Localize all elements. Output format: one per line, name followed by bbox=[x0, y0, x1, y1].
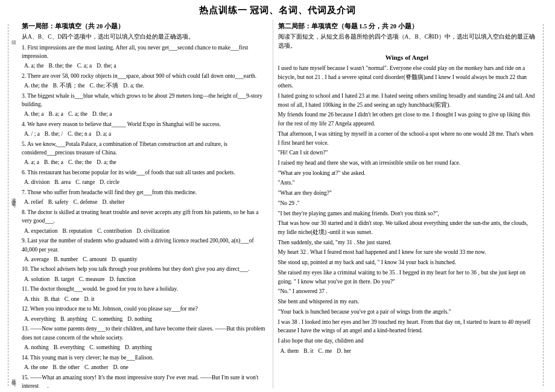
question-7: 7. Those who suffer from headache will f… bbox=[22, 188, 268, 197]
question-9: 9. Last year the number of students who … bbox=[22, 236, 268, 254]
question-1: 1. First impressions are the most lastin… bbox=[22, 43, 268, 61]
passage-text-20: I was 38 . I looked into her eyes and he… bbox=[278, 318, 536, 335]
passage-text-17: "No." I answered 37 . bbox=[278, 287, 536, 296]
options-11: A. this B. that C. one D. it bbox=[22, 295, 268, 304]
question-6: 6. This restaurant has become popular fo… bbox=[22, 168, 268, 177]
section2-title: 第二局部：单项填空（每题 1.5 分，共 20 小题） bbox=[278, 22, 536, 31]
page-title: 热点训练一 冠词、名词、代词及介词 bbox=[6, 5, 549, 16]
options-2: A. the; the B. 不填；the C. the; 不填 D. a; t… bbox=[22, 81, 268, 90]
question-2: 2. There are over 58, 000 rocky objects … bbox=[22, 72, 268, 80]
options-12: A. everything B. anything C. something D… bbox=[22, 315, 268, 324]
options-1: A. a; the B. the; the C. a; a D. the; a bbox=[22, 62, 268, 71]
question-5: 5. As we know,___Potala Palace, a combin… bbox=[22, 140, 268, 157]
passage-text-1: I used to hate myself because I wasn't "… bbox=[278, 64, 536, 90]
passage-text-12: That was how our 30 started and it didn'… bbox=[278, 219, 536, 236]
passage-text-21: I also hope that one day, children and bbox=[278, 337, 536, 346]
options-8: A. expectation B. reputation C. contribu… bbox=[22, 227, 268, 236]
passage-text-7: "What are you looking at?" she asked. bbox=[278, 169, 536, 178]
passage-text-3: My friends found me 26 because I didn't … bbox=[278, 110, 536, 128]
passage-text-11: "I bet they're playing games and making … bbox=[278, 209, 536, 218]
options-5: A. a; a B. the; a C. the; the D. a; the bbox=[22, 158, 268, 167]
question-3: 3. The biggest whale is___blue whale, wh… bbox=[22, 92, 268, 109]
question-4: 4. We have every reason to believe that_… bbox=[22, 120, 268, 128]
passage-title: Wings of Angel bbox=[278, 52, 536, 63]
section2-intro: 阅读下面短文，从短文后各题所给的四个选项（A、B、C和D）中，选出可以填入空白处… bbox=[278, 33, 536, 50]
options-13: A. nothing B. everything C. something D.… bbox=[22, 343, 268, 352]
options-9: A. average B. number C. amount D. quanti… bbox=[22, 255, 268, 264]
section1-intro: 从A、B、C、D四个选项中，选出可以填入空白处的最正确选项。 bbox=[22, 33, 268, 41]
options-6: A. division B. area C. range D. circle bbox=[22, 178, 268, 187]
options-14: A. the one B. the other C. another D. on… bbox=[22, 363, 268, 372]
right-column: 第二局部：单项填空（每题 1.5 分，共 20 小题） 阅读下面短文，从短文后各… bbox=[273, 20, 536, 388]
question-13: 13. ——Now some parents deny___to their c… bbox=[22, 324, 268, 342]
question-12: 12. When you introduce me to Mr. Johnson… bbox=[22, 305, 268, 313]
options-4: A. / ; a B. the; / C. the; n a D. a; a bbox=[22, 130, 268, 139]
question-8: 8. The doctor is skilled at treating hea… bbox=[22, 208, 268, 226]
passage-text-6: I raised my head and there she was, with… bbox=[278, 159, 536, 168]
options-10: A. solution B. target C. measure D. func… bbox=[22, 275, 268, 284]
passage-text-15: She stood up, pointed at my back and sai… bbox=[278, 258, 536, 267]
options-21: A. them B. it C. me D. her bbox=[278, 347, 536, 356]
question-15: 15. ——What an amazing story! It's the mo… bbox=[22, 373, 268, 388]
section1-title: 第一局部：单项填空（共 20 小题） bbox=[22, 22, 268, 31]
options-3: A. the; a B. a; a C. a; the D. the; a bbox=[22, 110, 268, 119]
passage-text-5: "Hi! Can I sit down?" bbox=[278, 148, 536, 157]
passage-text-4: That afternoon, I was sitting by myself … bbox=[278, 130, 536, 147]
passage-text-18: She bent and whispered in my ears. bbox=[278, 297, 536, 306]
passage-text-2: I hated going to school and I hated 23 a… bbox=[278, 92, 536, 109]
passage-text-9: "What are they doing?" bbox=[278, 189, 536, 198]
passage-text-8: "Ants." bbox=[278, 179, 536, 188]
passage-text-19: "Your back is hunched because you've got… bbox=[278, 308, 536, 317]
passage-text-16: She raised my eyes like a criminal waiti… bbox=[278, 268, 536, 286]
left-column: 第一局部：单项填空（共 20 小题） 从A、B、C、D四个选项中，选出可以填入空… bbox=[22, 20, 273, 388]
question-11: 11. The doctor thought___would. be good … bbox=[22, 285, 268, 293]
passage-text-10: "No 29 ." bbox=[278, 199, 536, 208]
question-14: 14. This young man is very clever; he ma… bbox=[22, 353, 268, 362]
question-10: 10. The school advisers help you talk th… bbox=[22, 265, 268, 273]
options-7: A. relief B. safety C. defense D. shelte… bbox=[22, 198, 268, 207]
passage-text-14: My heart 32 . What I feared most had hap… bbox=[278, 248, 536, 257]
page: 级 准考证号： 座位号 热点训练一 冠词、名词、代词及介词 第一局部：单项填空（… bbox=[0, 0, 555, 392]
passage-text-13: Then suddenly, she said, "my 31 . She ju… bbox=[278, 238, 536, 247]
